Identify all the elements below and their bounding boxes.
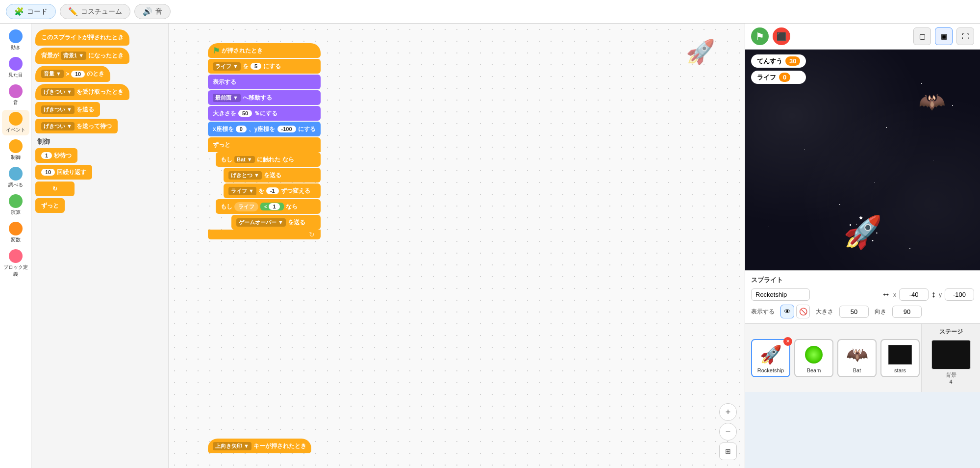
category-looks[interactable]: 見た目 [2,55,29,80]
block-bat-drop[interactable]: Bat ▼ [234,156,255,163]
sound-icon: 🔊 [143,7,152,16]
category-motion-label: 動き [11,44,21,51]
sprite-name-input[interactable] [751,288,810,301]
life-label: ライフ [757,73,776,82]
zoom-fit-btn[interactable]: ⊞ [719,442,737,460]
category-myblocks[interactable]: ブロック定義 [2,247,29,280]
block-bg-dropdown[interactable]: 背景1 ▼ [61,52,86,60]
category-control[interactable]: 制御 [2,137,29,163]
category-looks-label: 見た目 [8,72,23,78]
block-set-xy[interactable]: x座標を 0 、y座標を -100 にする [208,122,321,136]
operators-circle [9,194,23,208]
life-value: 0 [779,73,790,82]
block-set-size-post: ％にする [254,109,277,118]
block-set-life-var[interactable]: ライフ ▼ [213,62,241,71]
size-input[interactable] [839,306,869,318]
category-events-label: イベント [6,127,25,133]
hat-block-flag[interactable]: ⚑ が押されたとき [208,43,321,58]
stage-rocket: 🚀 [843,214,882,251]
sprite-info-title: スプライト [751,276,974,285]
block-if-bat[interactable]: もし Bat ▼ に触れた なら [216,152,321,167]
block-gameover-drop[interactable]: ゲームオーバー ▼ [236,218,286,227]
block-sprite-pressed[interactable]: このスプライトが押されたとき [35,29,164,46]
tab-costume[interactable]: ✏️ コスチューム [60,4,130,19]
block-set-size[interactable]: 大きさを 50 ％にする [208,106,321,121]
block-broadcast-send-wait[interactable]: げきつい ▼ を送って待つ [35,119,164,133]
block-send-gekitotsu[interactable]: げきとつ ▼ を送る [224,168,321,182]
block-bcast-sendwait-dropdown[interactable]: げきつい ▼ [41,122,75,130]
block-bg-changed[interactable]: 背景が 背景1 ▼ になったとき [35,48,164,64]
myblocks-circle [9,249,23,263]
stage-mini-thumb[interactable] [931,340,971,369]
block-front-drop[interactable]: 最前面 ▼ [213,94,241,102]
block-bcast-sendwait-label: を送って待つ [76,122,112,130]
block-send-drop[interactable]: げきとつ ▼ [228,171,262,180]
y-input[interactable] [945,288,974,301]
sprite-card-beam[interactable]: Beam [794,339,833,377]
block-if-life[interactable]: もし ライフ < 1 なら [216,199,321,214]
block-change-var-drop[interactable]: ライフ ▼ [228,187,256,195]
if-life-body: ゲームオーバー ▼ を送る [231,215,321,230]
script-area[interactable]: ⚑ が押されたとき ライフ ▼ を 5 にする 表示する 最前面 ▼ へ移動す [169,24,745,468]
tab-sound[interactable]: 🔊 音 [134,4,171,19]
category-variables[interactable]: 変数 [2,220,29,245]
script-stack: ⚑ が押されたとき ライフ ▼ を 5 にする 表示する 最前面 ▼ へ移動す [208,43,321,239]
block-volume-trigger[interactable]: 音量 ▼ > 10 のとき [35,66,164,82]
x-input[interactable] [899,288,929,301]
category-sensing[interactable]: 調べる [2,165,29,190]
show-btn[interactable]: 👁 [780,305,794,318]
sprite-card-rocketship[interactable]: ✕ 🚀 Rocketship [751,339,790,377]
stage-view-small[interactable]: ▢ [913,27,931,45]
block-forever-start[interactable]: ずっと [208,137,321,152]
hat-block-label: が押されたとき [222,47,263,55]
block-show[interactable]: 表示する [208,75,321,89]
star9 [804,149,804,150]
direction-label: 向き [875,308,886,316]
zoom-in-btn[interactable]: + [719,403,737,421]
block-set-life[interactable]: ライフ ▼ を 5 にする [208,59,321,74]
stop-btn[interactable]: ⬛ [773,27,790,45]
stage-controls: ⚑ ⬛ ▢ ▣ ⛶ [745,24,980,50]
block-broadcast-send[interactable]: げきつい ▼ を送る [35,102,164,117]
block-broadcast-received[interactable]: げきつい ▼ を受け取ったとき [35,84,164,100]
block-wait[interactable]: 1 秒待つ [35,148,164,163]
forever-wrapper: ずっと もし Bat ▼ に触れた なら げきとつ [208,137,321,239]
block-volume-dropdown[interactable]: 音量 ▼ [41,70,64,78]
block-forever[interactable]: ずっと [35,198,164,213]
green-flag-btn[interactable]: ⚑ [751,27,769,45]
block-repeat-arrow[interactable]: ↻ [35,182,164,196]
block-set-life-to: を [243,62,249,71]
zoom-out-btn[interactable]: − [719,423,737,441]
block-change-by-post: ずつ変える [281,187,310,195]
block-send-gameover[interactable]: ゲームオーバー ▼ を送る [231,215,321,230]
block-lt-op: < 1 [260,203,284,210]
block-change-life[interactable]: ライフ ▼ を -1 ずつ変える [224,183,321,198]
block-bcast-send-label: を送る [76,105,94,114]
sprite-card-stars[interactable]: stars [880,339,920,377]
stage-view-normal[interactable]: ▣ [935,27,953,45]
block-move-front-label: へ移動する [243,94,272,102]
block-repeat[interactable]: 10 回繰り返す [35,165,164,180]
category-motion[interactable]: 動き [2,27,29,53]
direction-input[interactable] [892,306,922,318]
star5 [839,204,840,205]
category-operators[interactable]: 演算 [2,192,29,218]
sprite-card-bat[interactable]: 🦇 Bat [837,339,877,377]
block-volume-label: のとき [87,70,104,78]
hat-block-key[interactable]: 上向き矢印 ▼ キーが押されたとき [208,439,311,453]
tab-code[interactable]: 🧩 コード [6,4,56,19]
score-display: てんすう 30 ライフ 0 [751,54,806,84]
control-section-label: 制御 [37,137,164,146]
score-badge: てんすう 30 [751,54,806,68]
stage-view-fullscreen[interactable]: ⛶ [956,27,974,45]
block-bcast-send-dropdown[interactable]: げきつい ▼ [41,105,75,114]
block-bcast-recv-dropdown[interactable]: げきつい ▼ [41,88,75,96]
block-lt-val: 1 [269,203,279,210]
sprite-delete-rocketship[interactable]: ✕ [783,337,792,346]
hide-btn[interactable]: 🚫 [796,305,810,318]
block-move-front[interactable]: 最前面 ▼ へ移動する [208,90,321,105]
category-sound[interactable]: 音 [2,82,29,108]
sprite-info-panel: スプライト ↔ x ↕ y 表示する 👁 🚫 大きさ [745,270,980,323]
hat-key-drop[interactable]: 上向き矢印 ▼ [213,442,251,450]
category-events[interactable]: イベント [2,110,29,135]
